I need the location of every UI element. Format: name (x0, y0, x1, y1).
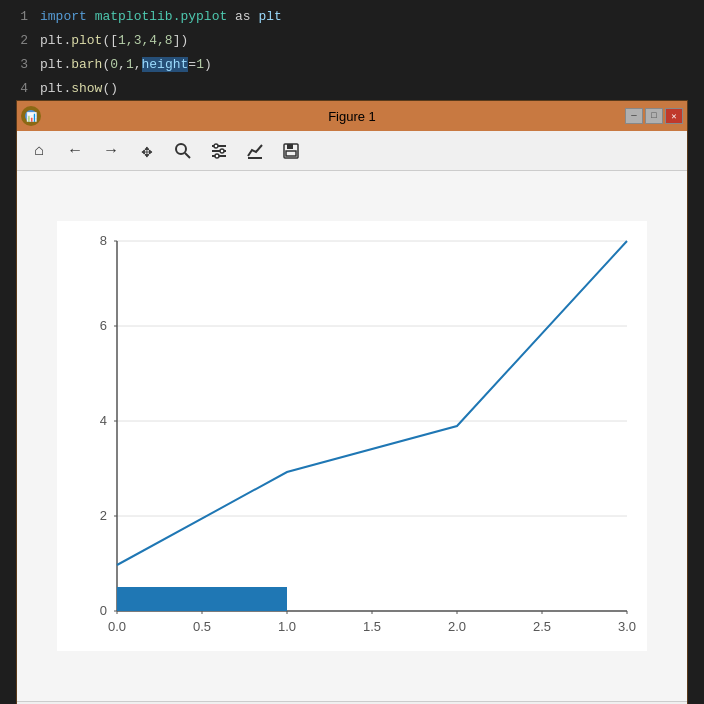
svg-text:2.5: 2.5 (533, 619, 551, 634)
svg-text:1.5: 1.5 (363, 619, 381, 634)
bar-chart-rect (117, 587, 287, 611)
svg-text:8: 8 (100, 233, 107, 248)
svg-rect-13 (286, 151, 296, 156)
code-content-3: plt.barh(0,1,height=1) (40, 57, 212, 72)
code-line-4: 4 plt.show() (0, 76, 704, 100)
svg-text:2.0: 2.0 (448, 619, 466, 634)
figure-titlebar: 📊 Figure 1 ─ □ ✕ (17, 101, 687, 131)
svg-rect-12 (287, 144, 293, 149)
restore-button[interactable]: □ (645, 108, 663, 124)
pan-button[interactable]: ✥ (131, 136, 163, 166)
configure-button[interactable] (203, 136, 235, 166)
figure-title: Figure 1 (328, 109, 376, 124)
code-editor: 1 import matplotlib.pyplot as plt 2 plt.… (0, 0, 704, 100)
svg-line-3 (185, 153, 190, 158)
titlebar-buttons: ─ □ ✕ (625, 108, 683, 124)
code-line-2: 2 plt.plot([1,3,4,8]) (0, 28, 704, 52)
chart-inner: 0 2 4 6 8 0.0 0.5 1.0 1.5 2.0 2.5 (57, 221, 647, 651)
svg-text:📊: 📊 (26, 111, 38, 123)
svg-point-2 (176, 144, 186, 154)
code-content-1: import matplotlib.pyplot as plt (40, 9, 282, 24)
chart-container: 0 2 4 6 8 0.0 0.5 1.0 1.5 2.0 2.5 (17, 171, 687, 701)
zoom-button[interactable] (167, 136, 199, 166)
line-number-4: 4 (0, 81, 40, 96)
minimize-button[interactable]: ─ (625, 108, 643, 124)
svg-text:2: 2 (100, 508, 107, 523)
svg-text:0.0: 0.0 (108, 619, 126, 634)
line-number-2: 2 (0, 33, 40, 48)
line-number-1: 1 (0, 9, 40, 24)
close-button[interactable]: ✕ (665, 108, 683, 124)
svg-point-9 (215, 154, 219, 158)
svg-text:0: 0 (100, 603, 107, 618)
line-number-3: 3 (0, 57, 40, 72)
svg-text:1.0: 1.0 (278, 619, 296, 634)
back-button[interactable]: ← (59, 136, 91, 166)
figure-app-icon: 📊 (21, 106, 41, 126)
svg-rect-14 (57, 221, 647, 651)
save-button[interactable] (275, 136, 307, 166)
svg-point-7 (214, 144, 218, 148)
chart-svg: 0 2 4 6 8 0.0 0.5 1.0 1.5 2.0 2.5 (57, 221, 647, 651)
svg-text:4: 4 (100, 413, 107, 428)
svg-text:6: 6 (100, 318, 107, 333)
figure-toolbar: ⌂ ← → ✥ (17, 131, 687, 171)
code-content-4: plt.show() (40, 81, 118, 96)
lines-button[interactable] (239, 136, 271, 166)
code-line-3: 3 plt.barh(0,1,height=1) (0, 52, 704, 76)
figure-window: 📊 Figure 1 ─ □ ✕ ⌂ ← → ✥ (16, 100, 688, 704)
svg-text:3.0: 3.0 (618, 619, 636, 634)
code-content-2: plt.plot([1,3,4,8]) (40, 33, 188, 48)
svg-text:0.5: 0.5 (193, 619, 211, 634)
code-line-1: 1 import matplotlib.pyplot as plt (0, 4, 704, 28)
home-button[interactable]: ⌂ (23, 136, 55, 166)
forward-button[interactable]: → (95, 136, 127, 166)
svg-point-8 (220, 149, 224, 153)
